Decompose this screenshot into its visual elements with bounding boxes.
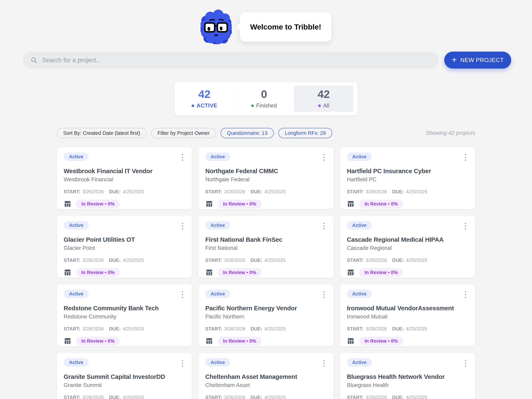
card-header: Active: [64, 221, 185, 231]
status-badge: Active: [64, 152, 89, 161]
project-card[interactable]: Active Ironwood Mutual VendorAssessment …: [340, 284, 475, 346]
table-icon: [64, 337, 71, 345]
project-client: Northgate Federal: [205, 176, 327, 183]
stat-label-row: Finished: [251, 102, 277, 109]
progress-badge: In Review • 0%: [218, 268, 262, 277]
mascot-icon: [201, 10, 232, 44]
project-card[interactable]: Active Northgate Federal CMMC Northgate …: [198, 147, 334, 209]
due-date: 4/25/2025: [264, 258, 286, 263]
project-client: Pacific Northern: [205, 313, 327, 320]
header: Welcome to Tribble!: [0, 0, 532, 44]
stat-label: Finished: [256, 102, 277, 109]
project-dates: START: 3/26/2026 DUE: 4/25/2025: [64, 326, 185, 332]
project-card[interactable]: Active Pacific Northern Energy Vendor Pa…: [198, 284, 334, 346]
due-label: DUE:: [251, 189, 262, 194]
start-label: START:: [347, 258, 363, 263]
table-icon: [347, 268, 355, 276]
status-badge: Active: [347, 152, 372, 161]
start-date: 3/26/2026: [224, 395, 245, 399]
project-title: Cascade Regional Medical HIPAA: [347, 236, 468, 243]
project-client: Glacier Point: [64, 245, 185, 251]
status-badge: Active: [64, 221, 89, 230]
card-header: Active: [347, 152, 468, 162]
start-label: START:: [64, 395, 80, 399]
projects-grid: Active Westbrook Financial IT Vendor Wes…: [57, 147, 475, 399]
status-summary: 42 ACTIVE 0 Finished 42 All: [174, 82, 358, 116]
project-dates: START: 3/26/2026 DUE: 4/25/2025: [347, 189, 468, 194]
kebab-menu-icon[interactable]: [321, 290, 327, 300]
progress-badge: In Review • 0%: [359, 268, 403, 277]
kebab-menu-icon[interactable]: [463, 221, 468, 231]
project-card[interactable]: Active Granite Summit Capital InvestorDD…: [57, 353, 192, 399]
project-card[interactable]: Active Cascade Regional Medical HIPAA Ca…: [340, 216, 475, 278]
project-title: Redstone Community Bank Tech: [64, 305, 185, 312]
new-project-button[interactable]: + NEW PROJECT: [444, 52, 511, 69]
card-footer: In Review • 0%: [205, 337, 327, 345]
project-dates: START: 3/26/2026 DUE: 4/25/2025: [64, 258, 185, 263]
kebab-menu-icon[interactable]: [180, 358, 185, 368]
project-title: Ironwood Mutual VendorAssessment: [347, 305, 468, 312]
stat-segment-active[interactable]: 42 ACTIVE: [175, 82, 234, 115]
progress-badge: In Review • 0%: [76, 200, 120, 208]
kebab-menu-icon[interactable]: [180, 152, 185, 162]
due-label: DUE:: [251, 395, 262, 399]
card-footer: In Review • 0%: [347, 200, 468, 208]
project-card[interactable]: Active Cheltenham Asset Management Chelt…: [198, 353, 334, 399]
project-card[interactable]: Active Westbrook Financial IT Vendor Wes…: [57, 147, 192, 209]
project-title: Glacier Point Utilities OT: [64, 236, 185, 243]
filter-chip[interactable]: Sort By: Created Date (latest first): [57, 128, 146, 138]
progress-badge: In Review • 0%: [76, 337, 120, 345]
stat-label-row: All: [318, 102, 329, 109]
kebab-menu-icon[interactable]: [463, 290, 468, 300]
due-label: DUE:: [109, 189, 121, 194]
kebab-menu-icon[interactable]: [180, 290, 185, 300]
project-client: Hartfield PC: [347, 176, 468, 183]
stat-label: All: [323, 102, 329, 109]
due-date: 4/25/2025: [406, 326, 427, 332]
due-label: DUE:: [392, 258, 404, 263]
progress-badge: In Review • 0%: [359, 337, 403, 345]
project-dates: START: 3/26/2026 DUE: 4/25/2025: [64, 395, 185, 399]
filter-chip[interactable]: Questionnaire: 13: [221, 128, 274, 138]
search-input[interactable]: [42, 56, 431, 64]
filter-chip[interactable]: Filter by Project Owner: [151, 128, 216, 138]
stat-segment-all[interactable]: 42 All: [294, 86, 354, 112]
card-header: Active: [205, 358, 327, 368]
project-dates: START: 3/26/2026 DUE: 4/25/2025: [347, 258, 468, 263]
due-date: 4/25/2025: [406, 189, 427, 194]
welcome-bubble: Welcome to Tribble!: [240, 12, 331, 42]
start-date: 3/26/2026: [366, 395, 387, 399]
filter-chip[interactable]: Longform RFx: 29: [278, 128, 332, 138]
start-date: 3/26/2026: [82, 326, 104, 332]
project-card[interactable]: Active Redstone Community Bank Tech Reds…: [57, 284, 192, 346]
kebab-menu-icon[interactable]: [463, 152, 468, 162]
kebab-menu-icon[interactable]: [321, 221, 327, 231]
status-badge: Active: [64, 358, 89, 367]
progress-badge: In Review • 0%: [359, 200, 403, 208]
card-footer: In Review • 0%: [64, 268, 185, 277]
start-date: 3/26/2026: [224, 189, 245, 194]
kebab-menu-icon[interactable]: [463, 358, 468, 368]
project-dates: START: 3/26/2026 DUE: 4/25/2025: [64, 189, 185, 194]
project-title: First National Bank FinSec: [205, 236, 327, 243]
start-date: 3/26/2026: [82, 189, 104, 194]
project-card[interactable]: Active First National Bank FinSec First …: [198, 216, 334, 278]
start-label: START:: [347, 189, 363, 194]
due-date: 4/25/2025: [123, 189, 144, 194]
card-header: Active: [205, 152, 327, 162]
project-card[interactable]: Active Glacier Point Utilities OT Glacie…: [57, 216, 192, 278]
kebab-menu-icon[interactable]: [321, 152, 327, 162]
kebab-menu-icon[interactable]: [321, 358, 327, 368]
table-icon: [205, 337, 213, 345]
due-date: 4/25/2025: [264, 395, 286, 399]
stat-segment-finished[interactable]: 0 Finished: [234, 82, 294, 115]
project-card[interactable]: Active Bluegrass Health Network Vendor B…: [340, 353, 475, 399]
start-label: START:: [347, 326, 363, 332]
project-title: Hartfield PC Insurance Cyber: [347, 168, 468, 175]
status-badge: Active: [347, 358, 372, 367]
start-label: START:: [205, 326, 222, 332]
project-search[interactable]: [23, 52, 439, 69]
card-footer: In Review • 0%: [205, 268, 327, 277]
project-card[interactable]: Active Hartfield PC Insurance Cyber Hart…: [340, 147, 475, 209]
kebab-menu-icon[interactable]: [180, 221, 185, 231]
